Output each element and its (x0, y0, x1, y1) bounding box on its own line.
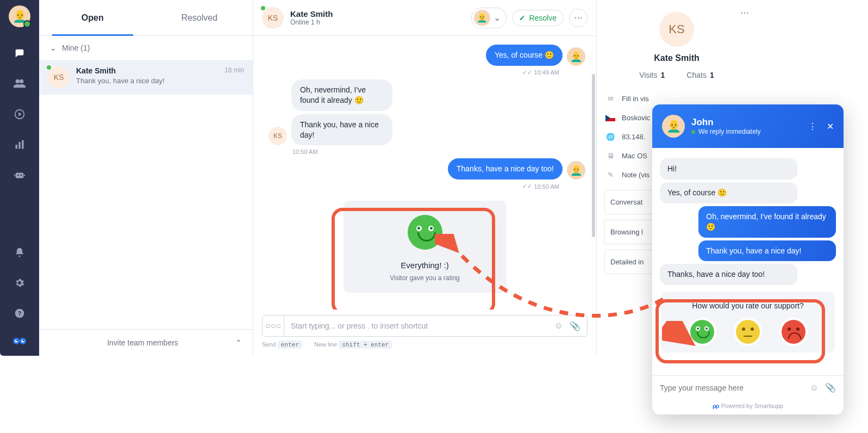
chat-body: Yes, of course 🙂 👨‍🦲 ✓✓10:49 AM KS Oh, n… (253, 36, 596, 310)
rating-subtext: Visitor gave you a rating (349, 274, 501, 282)
widget-message-input[interactable] (660, 383, 803, 392)
checkmarks-icon: ✓✓ (522, 69, 532, 76)
widget-agent-name: John (691, 117, 760, 128)
nav-bell-icon[interactable] (13, 246, 26, 259)
avatar-emoji: 👨‍🦲 (13, 9, 27, 23)
rating-good-button[interactable] (690, 320, 714, 344)
scrollbar[interactable] (592, 74, 595, 248)
brand-logo-icon (12, 336, 27, 347)
visitor-avatar-small: KS (268, 127, 287, 145)
details-more-button[interactable]: ⋯ (740, 8, 749, 18)
visitor-name: Kate Smith (597, 53, 757, 63)
widget-agent-message: Hi! (660, 158, 797, 180)
attachment-icon[interactable]: 📎 (570, 321, 580, 331)
widget-agent-message: Thanks, have a nice day too! (660, 264, 797, 285)
message-row: Thanks, have a nice day too! 👨‍🦲 (264, 158, 585, 180)
rating-happy-face-icon (408, 215, 442, 250)
conversation-list-pane: Open Resolved ⌄ Mine (1) KS Kate Smith T… (39, 0, 253, 356)
compose-box: ○○○ ☺ 📎 (262, 315, 588, 337)
chat-pane: KS Kate Smith Online 1 h 👨‍🦲 ⌄ Resolve ⋯… (253, 0, 597, 356)
nav-play-icon[interactable] (13, 108, 26, 121)
rating-comment: Everything! :) (349, 261, 501, 270)
svg-point-6 (20, 175, 22, 176)
agent-message: Thanks, have a nice day too! (448, 158, 563, 180)
message-input[interactable] (284, 321, 548, 330)
widget-agent-avatar: 👨‍🦲 (662, 115, 685, 138)
visitor-message: Thank you, have a nice day! (291, 114, 392, 146)
section-mine[interactable]: ⌄ Mine (1) (39, 36, 253, 60)
invite-label: Invite team members (50, 338, 235, 347)
message-timestamp: ✓✓10:49 AM (264, 69, 559, 76)
nav-conversations-icon[interactable] (13, 47, 26, 60)
widget-close-icon[interactable]: ✕ (827, 121, 834, 132)
chat-status: Online 1 h (290, 18, 333, 26)
widget-powered-by: ρρPowered by Smartsupp (652, 399, 844, 415)
more-button[interactable]: ⋯ (569, 9, 588, 27)
brand-logo-small-icon: ρρ (713, 403, 719, 409)
svg-rect-1 (16, 145, 17, 149)
widget-menu-icon[interactable]: ⋮ (808, 121, 817, 132)
rating-prompt: How would you rate our support? (661, 292, 835, 352)
resolve-button[interactable]: Resolve (512, 10, 564, 26)
nav-stats-icon[interactable] (13, 138, 26, 151)
conversation-time: 18 min (220, 66, 244, 74)
widget-visitor-message: Oh, nevermind, I've found it already 🙂 (698, 206, 836, 238)
nav-help-icon[interactable]: ? (13, 307, 26, 320)
chevron-up-icon: ⌃ (235, 338, 242, 347)
resolve-label: Resolve (529, 14, 557, 22)
svg-rect-3 (22, 140, 23, 149)
message-timestamp: ✓✓10:50 AM (264, 183, 559, 190)
emoji-icon[interactable]: ☺ (554, 321, 563, 331)
conversation-name: Kate Smith (76, 66, 220, 75)
conversation-item[interactable]: KS Kate Smith Thank you, have a nice day… (39, 60, 253, 95)
invite-team-button[interactable]: Invite team members ⌃ (39, 329, 253, 356)
check-icon (519, 14, 526, 22)
compose-hints: Send enter New line shift + enter (262, 341, 588, 348)
pencil-icon: ✎ (605, 171, 615, 179)
flag-cz-icon (605, 115, 615, 121)
message-row: KS Oh, nevermind, I've found it already … (264, 79, 585, 146)
conversation-tabs: Open Resolved (39, 0, 253, 36)
svg-rect-4 (16, 172, 24, 178)
mail-icon: ✉ (605, 95, 615, 103)
svg-rect-2 (18, 142, 20, 149)
rating-bad-button[interactable] (782, 320, 805, 344)
visitor-stats: Visits1 Chats1 (597, 71, 757, 79)
tab-open[interactable]: Open (39, 0, 146, 35)
visitor-message: Oh, nevermind, I've found it already 🙂 (291, 79, 392, 111)
compose-menu-button[interactable]: ○○○ (263, 316, 284, 336)
nav-bot-icon[interactable] (13, 169, 26, 182)
agent-avatar: 👨‍🦲 (567, 161, 585, 180)
user-avatar[interactable]: 👨‍🦲 (9, 5, 30, 27)
attachment-icon[interactable]: 📎 (825, 382, 836, 393)
visitor-avatar-large: KS (659, 12, 694, 47)
checkmarks-icon: ✓✓ (522, 183, 532, 190)
chevron-down-icon: ⌄ (50, 44, 57, 52)
rating-question: How would you rate our support? (666, 301, 829, 310)
desktop-icon: 🖥 (605, 152, 615, 160)
chat-title: Kate Smith (290, 9, 333, 18)
chevron-down-icon: ⌄ (490, 13, 506, 23)
nav-gear-icon[interactable] (13, 276, 26, 289)
agent-avatar-small: 👨‍🦲 (474, 10, 490, 26)
chat-visitor-avatar: KS (262, 7, 284, 29)
widget-agent-message: Yes, of course 🙂 (660, 182, 797, 203)
tab-resolved[interactable]: Resolved (146, 0, 253, 35)
agent-message: Yes, of course 🙂 (486, 45, 563, 66)
conversation-preview: Thank you, have a nice day! (76, 77, 220, 85)
svg-point-5 (17, 175, 19, 176)
visitor-avatar: KS (48, 66, 70, 88)
chat-widget-preview: 👨‍🦲 John We reply immediately ⋮ ✕ Hi! Ye… (652, 104, 844, 415)
svg-point-13 (16, 340, 17, 341)
rating-card: Everything! :) Visitor gave you a rating (344, 201, 507, 293)
widget-body: Hi! Yes, of course 🙂 Oh, nevermind, I've… (652, 148, 844, 375)
rating-neutral-button[interactable] (736, 320, 760, 344)
svg-text:?: ? (17, 310, 21, 317)
assign-dropdown[interactable]: 👨‍🦲 ⌄ (471, 8, 507, 28)
compose-area: ○○○ ☺ 📎 Send enter New line shift + ente… (253, 310, 596, 356)
nav-visitors-icon[interactable] (13, 77, 26, 90)
widget-footer: ☺ 📎 (652, 375, 844, 399)
emoji-icon[interactable]: ☺ (810, 383, 819, 393)
svg-point-14 (23, 340, 24, 341)
agent-avatar: 👨‍🦲 (567, 47, 585, 66)
